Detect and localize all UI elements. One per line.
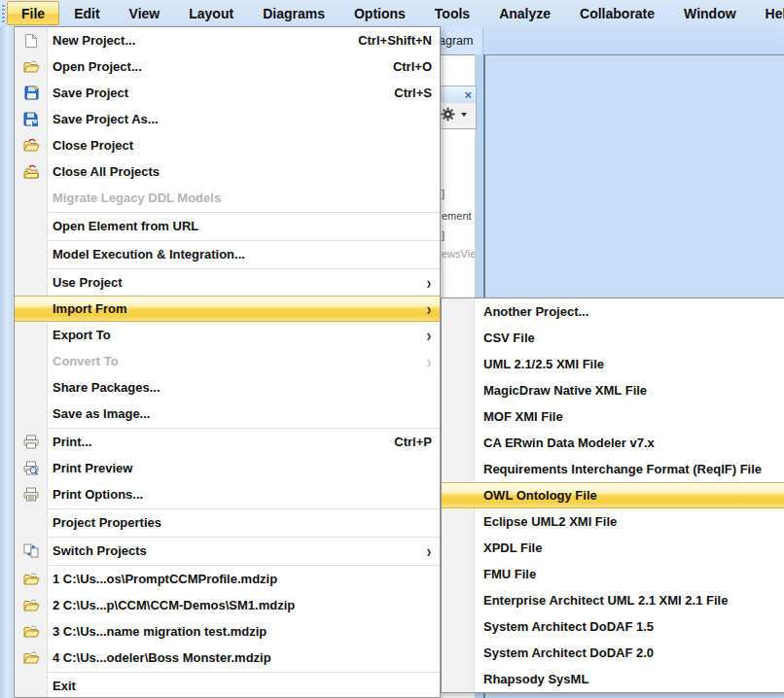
close-all-projects-icon [23, 164, 40, 180]
submenu-item-mof-xmi-file[interactable]: MOF XMI File [442, 403, 784, 430]
menubar-item-label: Tools [435, 6, 470, 21]
submenu-item-rhapsody-sysml[interactable]: Rhapsody SysML [442, 666, 784, 692]
menu-item-label: CSV File [475, 331, 535, 345]
menubar-item-file[interactable]: File [7, 1, 59, 25]
diagram-tab[interactable]: agram [434, 27, 483, 54]
menubar-item-layout[interactable]: Layout [174, 1, 248, 25]
menu-item-open-project[interactable]: Open Project...Ctrl+O [15, 53, 440, 80]
menu-item-4-c-us-odeler-boss-monster-mdzip[interactable]: 4 C:\Us...odeler\Boss Monster.mdzip [15, 645, 440, 671]
menu-item-print-options[interactable]: Print Options... [15, 481, 440, 507]
menu-item-migrate-legacy-ddl-models: Migrate Legacy DDL Models [15, 185, 440, 211]
menubar-item-options[interactable]: Options [339, 1, 420, 25]
menu-item-exit[interactable]: Exit [15, 673, 440, 698]
submenu-item-fmu-file[interactable]: FMU File [442, 561, 784, 587]
menubar-item-label: Options [354, 6, 406, 21]
menu-item-switch-projects[interactable]: Switch Projects› [15, 538, 440, 564]
submenu-item-another-project[interactable]: Another Project... [442, 298, 784, 325]
menubar-item-help[interactable]: Help [751, 1, 784, 25]
menu-item-1-c-us-os-promptccmprofile-mdzip[interactable]: 1 C:\Us...os\PromptCCMProfile.mdzip [15, 566, 440, 592]
menu-item-label: Switch Projects [48, 543, 147, 558]
menu-item-label: Open Element from URL [48, 219, 198, 233]
submenu-item-requirements-interchange-format-reqif-fi[interactable]: Requirements Interchange Format (ReqIF) … [442, 456, 784, 482]
menu-item-import-from[interactable]: Import From› [15, 296, 440, 322]
menu-item-2-c-us-p-ccm-ccm-demos-sm1-mdzip[interactable]: 2 C:\Us...p\CCM\CCM-Demos\SM1.mdzip [15, 592, 440, 618]
menu-item-share-packages[interactable]: Share Packages... [15, 374, 440, 401]
menubar-item-label: Diagrams [263, 6, 325, 21]
submenu-item-magicdraw-native-xml-file[interactable]: MagicDraw Native XML File [442, 377, 784, 403]
menubar-item-edit[interactable]: Edit [59, 1, 114, 25]
gear-icon[interactable] [441, 107, 455, 122]
menu-item-close-project[interactable]: Close Project [15, 132, 440, 158]
menu-item-save-as-image[interactable]: Save as Image... [15, 401, 440, 427]
menu-item-label: Project Properties [48, 515, 161, 530]
menu-item-shortcut: Ctrl+O [374, 59, 432, 74]
app-window: agram ] ement ] ewsVie × [0, 0, 784, 698]
submenu-item-csv-file[interactable]: CSV File [442, 325, 784, 351]
panel-fragment: ] [442, 229, 445, 241]
menubar-item-label: Edit [74, 6, 99, 21]
submenu-item-owl-ontology-file[interactable]: OWL Ontology File [442, 482, 784, 508]
menu-item-model-execution-integration[interactable]: Model Execution & Integration... [15, 241, 440, 267]
menubar-item-view[interactable]: View [115, 1, 175, 25]
menu-item-print-preview[interactable]: Print Preview [15, 455, 440, 481]
menubar-item-analyze[interactable]: Analyze [484, 1, 565, 25]
save-project-as-icon [23, 112, 39, 127]
menubar-item-label: Collaborate [580, 6, 655, 21]
menu-item-use-project[interactable]: Use Project› [15, 269, 440, 296]
menu-item-gutter-cell [15, 572, 48, 586]
recent-file-icon [23, 572, 40, 586]
menu-item-gutter-cell [15, 164, 48, 180]
menu-item-label: Open Project... [48, 59, 142, 74]
submenu-item-system-architect-dodaf-1-5[interactable]: System Architect DoDAF 1.5 [442, 613, 784, 640]
menu-item-label: Model Execution & Integration... [48, 247, 245, 262]
menu-item-label: MagicDraw Native XML File [475, 383, 647, 398]
menu-item-close-all-projects[interactable]: Close All Projects [15, 158, 440, 185]
menu-item-convert-to: Convert To› [15, 348, 440, 374]
menubar-item-label: View [129, 6, 160, 21]
menubar-item-tools[interactable]: Tools [420, 1, 484, 25]
submenu-item-eclipse-uml2-xmi-file[interactable]: Eclipse UML2 XMI File [442, 508, 784, 535]
menu-item-label: UML 2.1/2.5 XMI File [475, 357, 604, 371]
menu-item-gutter-cell [15, 598, 48, 612]
menu-item-3-c-us-name-migration-test-mdzip[interactable]: 3 C:\Us...name migration test.mdzip [15, 618, 440, 645]
menu-item-label: Another Project... [475, 304, 588, 319]
submenu-item-ca-erwin-data-modeler-v7-x[interactable]: CA ERwin Data Modeler v7.x [442, 430, 784, 456]
menu-item-export-to[interactable]: Export To› [15, 322, 440, 348]
menu-item-label: Convert To [48, 354, 119, 368]
panel-fragment: ement [442, 210, 472, 222]
save-project-icon [24, 86, 39, 100]
submenu-item-uml-2-1-2-5-xmi-file[interactable]: UML 2.1/2.5 XMI File [442, 351, 784, 377]
menubar-item-label: Layout [189, 6, 233, 21]
dropdown-caret-icon[interactable] [461, 113, 467, 117]
close-icon[interactable]: × [464, 88, 472, 101]
menu-item-project-properties[interactable]: Project Properties [15, 509, 440, 536]
panel-fragment: ] [442, 188, 445, 199]
menubar-item-collaborate[interactable]: Collaborate [565, 1, 669, 25]
menu-item-new-project[interactable]: New Project...Ctrl+Shift+N [15, 27, 440, 53]
menu-item-save-project-as[interactable]: Save Project As... [15, 106, 440, 132]
recent-file-icon [23, 598, 40, 612]
menu-item-label: Import From [48, 301, 127, 316]
menubar-item-diagrams[interactable]: Diagrams [248, 1, 339, 25]
chevron-right-icon: › [427, 542, 432, 560]
menu-item-shortcut: Ctrl+P [374, 435, 432, 449]
menu-item-label: 4 C:\Us...odeler\Boss Monster.mdzip [48, 650, 271, 665]
chevron-right-icon: › [427, 353, 432, 370]
submenu-item-enterprise-architect-uml-2-1-xmi-2-1-fil[interactable]: Enterprise Architect UML 2.1 XMI 2.1 Fil… [442, 587, 784, 613]
menu-item-label: Eclipse UML2 XMI File [475, 514, 617, 529]
menu-item-gutter-cell [15, 112, 48, 127]
menubar-item-label: Window [684, 6, 736, 21]
menu-item-print[interactable]: Print...Ctrl+P [15, 429, 440, 455]
menu-item-label: Migrate Legacy DDL Models [48, 191, 221, 205]
menu-item-save-project[interactable]: Save ProjectCtrl+S [15, 80, 440, 106]
switch-projects-icon [23, 543, 39, 558]
menu-item-gutter-cell [15, 59, 48, 74]
menubar-item-window[interactable]: Window [669, 1, 751, 25]
menu-item-gutter-cell [15, 86, 48, 100]
file-menu-popup: New Project...Ctrl+Shift+NOpen Project..… [14, 26, 441, 698]
submenu-item-system-architect-dodaf-2-0[interactable]: System Architect DoDAF 2.0 [442, 640, 784, 666]
menu-item-open-element-from-url[interactable]: Open Element from URL [15, 213, 440, 239]
menu-item-label: 1 C:\Us...os\PromptCCMProfile.mdzip [48, 572, 277, 586]
panel-fragment: ewsVie [442, 248, 475, 260]
submenu-item-xpdl-file[interactable]: XPDL File [442, 535, 784, 561]
